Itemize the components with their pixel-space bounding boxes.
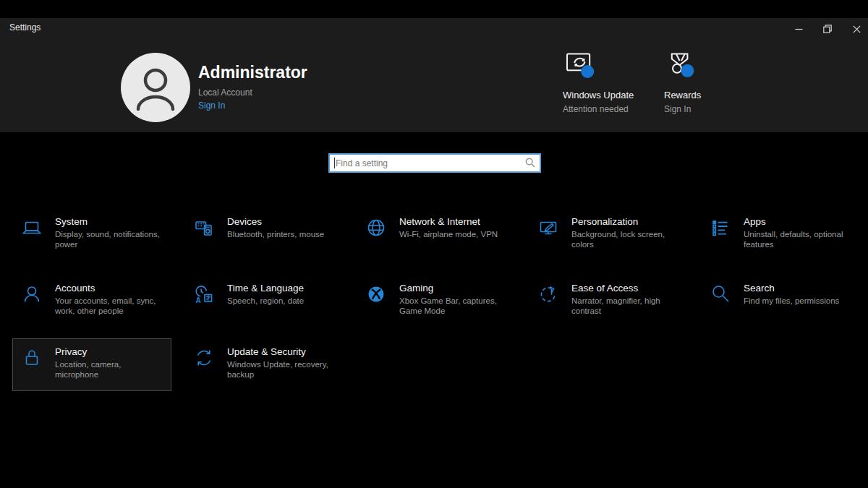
category-subtitle: Narrator, magnifier, high contrast <box>571 296 681 317</box>
apps-icon <box>710 218 731 238</box>
category-tile-system[interactable]: System Display, sound, notifications, po… <box>12 208 171 261</box>
account-type-label: Local Account <box>198 87 252 98</box>
system-icon <box>22 218 42 238</box>
category-title: Devices <box>227 216 337 227</box>
gaming-icon <box>366 284 386 304</box>
accounts-icon <box>22 284 42 304</box>
category-title: Search <box>744 283 854 294</box>
devices-icon <box>194 218 214 238</box>
svg-text:A: A <box>196 296 201 304</box>
category-title: Update & Security <box>227 346 337 357</box>
category-tile-privacy[interactable]: Privacy Location, camera, microphone <box>12 338 171 391</box>
category-subtitle: Xbox Game Bar, captures, Game Mode <box>399 296 509 317</box>
category-subtitle: Wi-Fi, airplane mode, VPN <box>399 230 509 240</box>
personalization-icon <box>538 218 558 238</box>
privacy-icon <box>22 348 42 368</box>
user-name: Administrator <box>198 63 307 82</box>
category-tile-ease-of-access[interactable]: Ease of Access Narrator, magnifier, high… <box>529 275 688 328</box>
category-tile-gaming[interactable]: Gaming Xbox Game Bar, captures, Game Mod… <box>357 275 516 328</box>
rewards-status: Sign In <box>664 104 701 114</box>
search-box <box>328 153 541 173</box>
person-avatar-icon <box>121 53 190 122</box>
category-title: Network & Internet <box>399 216 509 227</box>
category-subtitle: Windows Update, recovery, backup <box>227 360 337 380</box>
category-subtitle: Uninstall, defaults, optional features <box>744 230 854 250</box>
update-security-icon <box>194 348 214 368</box>
text-caret <box>334 158 335 168</box>
rewards-quick-status[interactable]: Rewards Sign In <box>664 48 701 114</box>
windows-update-label: Windows Update <box>563 90 634 100</box>
category-tile-apps[interactable]: Apps Uninstall, defaults, optional featu… <box>701 208 860 261</box>
category-title: Ease of Access <box>571 283 681 294</box>
windows-update-icon <box>563 48 634 85</box>
category-tile-network[interactable]: Network & Internet Wi-Fi, airplane mode,… <box>357 208 516 261</box>
category-subtitle: Your accounts, email, sync, work, other … <box>55 296 165 317</box>
window-title: Settings <box>9 22 41 33</box>
close-button[interactable] <box>842 18 868 40</box>
time-language-icon: A <box>194 284 214 304</box>
category-title: Time & Language <box>227 283 337 294</box>
category-tile-devices[interactable]: Devices Bluetooth, printers, mouse <box>184 208 344 261</box>
network-icon <box>366 218 386 238</box>
restore-button[interactable] <box>813 18 842 40</box>
windows-update-status: Attention needed <box>563 104 634 114</box>
category-title: Apps <box>744 216 854 227</box>
windows-update-quick-status[interactable]: Windows Update Attention needed <box>563 48 634 114</box>
category-subtitle: Bluetooth, printers, mouse <box>227 230 337 240</box>
sign-in-link[interactable]: Sign In <box>198 100 225 111</box>
category-title: Accounts <box>55 283 165 294</box>
category-tile-time-language[interactable]: A Time & Language Speech, region, date <box>184 275 344 328</box>
search-input[interactable] <box>328 153 541 173</box>
category-tile-search[interactable]: Search Find my files, permissions <box>701 275 860 328</box>
category-tile-personalization[interactable]: Personalization Background, lock screen,… <box>529 208 688 261</box>
search-category-icon <box>710 284 731 304</box>
category-subtitle: Display, sound, notifications, power <box>55 230 165 250</box>
category-title: Personalization <box>571 216 681 227</box>
header-region: Settings Administrator Local Account Sig… <box>0 18 868 132</box>
category-subtitle: Background, lock screen, colors <box>571 230 681 250</box>
category-title: Gaming <box>399 283 509 294</box>
settings-window: Settings Administrator Local Account Sig… <box>0 0 868 488</box>
category-tile-accounts[interactable]: Accounts Your accounts, email, sync, wor… <box>12 275 171 328</box>
category-tile-update-security[interactable]: Update & Security Windows Update, recove… <box>184 338 344 391</box>
minimize-button[interactable] <box>784 18 813 40</box>
rewards-icon <box>664 48 701 85</box>
ease-of-access-icon <box>538 284 558 304</box>
category-title: Privacy <box>55 346 165 357</box>
rewards-label: Rewards <box>664 90 701 100</box>
search-icon <box>525 158 535 171</box>
category-subtitle: Find my files, permissions <box>744 296 854 307</box>
category-subtitle: Location, camera, microphone <box>55 360 165 380</box>
category-subtitle: Speech, region, date <box>227 296 337 307</box>
avatar <box>121 53 190 122</box>
category-title: System <box>55 216 165 227</box>
